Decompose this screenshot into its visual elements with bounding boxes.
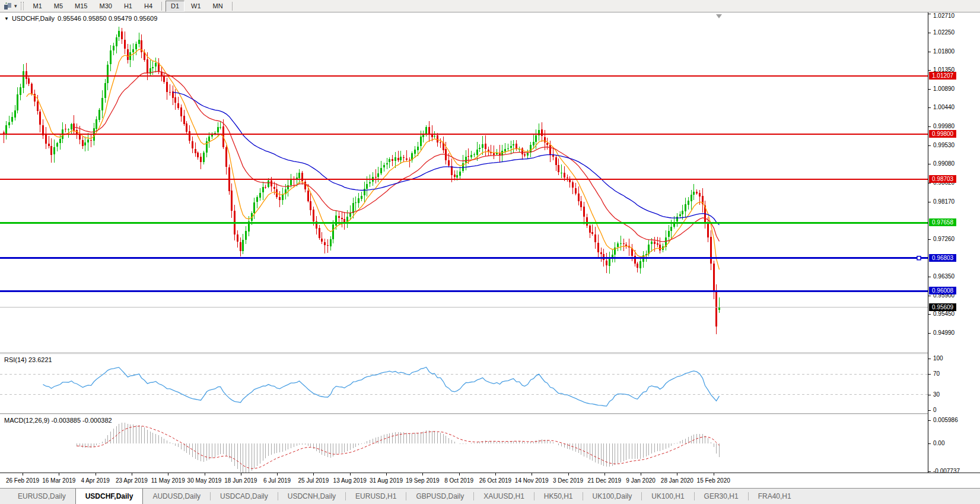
- macd-tick-mark: [928, 420, 931, 421]
- date-tick-mark: [350, 473, 351, 476]
- candle: [609, 252, 610, 274]
- candle: [214, 131, 216, 135]
- chart-tab-xauusd-h1[interactable]: XAUUSD,H1: [474, 489, 534, 504]
- candle: [659, 237, 661, 253]
- chart-tab-eurusd-h1[interactable]: EURUSD,H1: [346, 489, 406, 504]
- toolbar-grip-handle[interactable]: [21, 2, 24, 10]
- timeframe-button-h1[interactable]: H1: [119, 1, 138, 12]
- chart-tab-uk100-h1[interactable]: UK100,H1: [642, 489, 693, 504]
- date-tick-label: 18 Jun 2019: [224, 477, 257, 484]
- candle: [28, 77, 30, 86]
- price-tick-label: 1.00890: [933, 85, 954, 92]
- candle: [507, 144, 509, 151]
- date-tick-mark: [604, 473, 605, 476]
- date-axis[interactable]: 26 Feb 201916 Mar 20194 Apr 201923 Apr 2…: [0, 473, 980, 488]
- candle: [693, 184, 695, 200]
- date-tick-mark: [386, 473, 387, 476]
- candle: [589, 224, 591, 238]
- chart-tab-ger30-h1[interactable]: GER30,H1: [695, 489, 748, 504]
- line-handle[interactable]: [917, 256, 921, 260]
- candle: [533, 134, 534, 149]
- candle: [84, 137, 86, 152]
- candle: [569, 176, 571, 188]
- price-chart-pane[interactable]: ▼ USDCHF,Daily 0.95546 0.95850 0.95479 0…: [0, 12, 928, 353]
- candle: [90, 135, 92, 147]
- candle: [20, 84, 21, 100]
- timeframe-button-h4[interactable]: H4: [139, 1, 158, 12]
- macd-indicator-pane[interactable]: MACD(12,26,9) -0.003885 -0.000382: [0, 415, 928, 473]
- collapse-triangle-icon[interactable]: ▼: [4, 16, 9, 21]
- candle: [211, 132, 213, 140]
- level-price-badge: 1.01207: [929, 72, 956, 80]
- candle: [696, 189, 698, 195]
- candle: [597, 234, 599, 259]
- candle: [459, 167, 461, 179]
- candle: [330, 236, 332, 251]
- timeframe-button-mn[interactable]: MN: [208, 1, 228, 12]
- price-tick-mark: [928, 277, 931, 277]
- candle: [718, 297, 720, 313]
- price-scale[interactable]: 1.027101.022501.018001.013501.008901.004…: [928, 12, 980, 473]
- price-tick-mark: [928, 314, 931, 315]
- timeframe-button-m5[interactable]: M5: [49, 1, 68, 12]
- candle: [200, 153, 202, 169]
- candle: [552, 148, 554, 161]
- rsi-indicator-pane[interactable]: RSI(14) 23.6221: [0, 354, 928, 413]
- candle: [501, 145, 503, 162]
- date-tick-label: 30 May 2019: [187, 477, 222, 484]
- price-tick-mark: [928, 70, 931, 71]
- price-tick-mark: [928, 239, 931, 240]
- price-tick-label: 1.02710: [933, 12, 954, 19]
- timeframe-button-m30[interactable]: M30: [94, 1, 117, 12]
- candle: [5, 121, 7, 140]
- candle: [428, 121, 430, 142]
- date-tick-mark: [132, 473, 132, 476]
- chart-profiles-icon[interactable]: [2, 1, 14, 11]
- chart-tab-usdcnh-daily[interactable]: USDCNH,Daily: [278, 489, 345, 504]
- timeframe-button-m15[interactable]: M15: [69, 1, 93, 12]
- timeframe-button-m1[interactable]: M1: [28, 1, 47, 12]
- candle: [473, 153, 475, 157]
- candle: [231, 183, 233, 218]
- rsi-line[interactable]: [43, 367, 720, 407]
- chart-tab-uk100-daily[interactable]: UK100,Daily: [583, 489, 642, 504]
- candle: [578, 186, 580, 205]
- macd-histogram: [77, 423, 720, 473]
- candle: [237, 230, 238, 248]
- timeframe-button-w1[interactable]: W1: [186, 1, 206, 12]
- level-price-badge: 0.96008: [929, 287, 956, 294]
- chart-tab-audusd-daily[interactable]: AUDUSD,Daily: [143, 489, 210, 504]
- chart-tab-hk50-h1[interactable]: HK50,H1: [534, 489, 583, 504]
- date-tick-mark: [96, 473, 96, 476]
- date-tick-mark: [23, 473, 23, 476]
- chart-tab-usdcad-daily[interactable]: USDCAD,Daily: [211, 489, 278, 504]
- date-tick-label: 25 Jul 2019: [298, 477, 329, 484]
- candle: [104, 79, 106, 103]
- chart-tab-usdchf-daily[interactable]: USDCHF,Daily: [75, 489, 144, 504]
- date-tick-mark: [495, 473, 496, 476]
- moving-average-line[interactable]: [74, 72, 720, 242]
- candle: [702, 188, 704, 213]
- chart-symbol-label: USDCHF,Daily: [12, 15, 55, 22]
- rsi-tick-mark: [928, 410, 931, 411]
- candle: [591, 224, 593, 236]
- price-tick-mark: [928, 107, 931, 108]
- chart-title: ▼ USDCHF,Daily 0.95546 0.95850 0.95479 0…: [4, 15, 157, 22]
- date-tick-mark: [277, 473, 278, 476]
- chart-shift-marker-icon[interactable]: [716, 14, 722, 18]
- candle: [62, 122, 63, 143]
- date-tick-mark: [205, 473, 205, 476]
- date-tick-label: 8 Oct 2019: [444, 477, 473, 484]
- timeframe-button-d1[interactable]: D1: [166, 1, 184, 12]
- candle: [358, 193, 359, 208]
- chart-tab-gbpusd-daily[interactable]: GBPUSD,Daily: [406, 489, 473, 504]
- candle: [172, 85, 174, 105]
- chart-tab-fra40-h1[interactable]: FRA40,H1: [749, 489, 801, 504]
- candle: [482, 136, 483, 155]
- date-tick-mark: [714, 473, 714, 476]
- chart-tab-eurusd-daily[interactable]: EURUSD,Daily: [8, 489, 75, 504]
- chart-profiles-caret-icon[interactable]: ▾: [14, 3, 17, 9]
- candle: [219, 122, 221, 129]
- timeframe-toolbar: ▾ M1M5M15M30H1H4D1W1MN: [0, 0, 980, 12]
- moving-average-line[interactable]: [27, 49, 720, 270]
